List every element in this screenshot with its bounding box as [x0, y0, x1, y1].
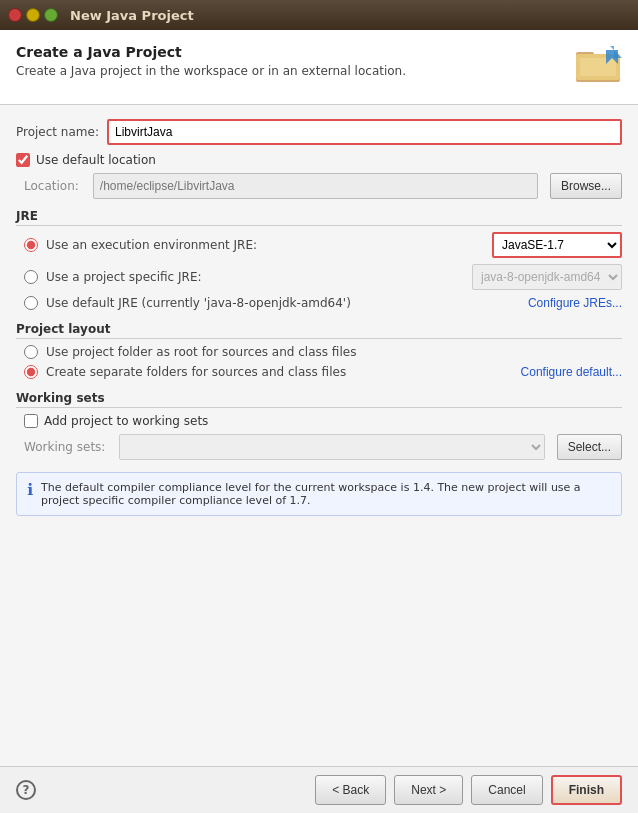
- dialog-content: Project name: Use default location Locat…: [0, 105, 638, 766]
- jre-option3-row: Use default JRE (currently 'java-8-openj…: [16, 296, 622, 310]
- dialog-footer: ? < Back Next > Cancel Finish: [0, 766, 638, 813]
- jre-section-header: JRE: [16, 209, 622, 226]
- jre-option1-radio[interactable]: [24, 238, 38, 252]
- working-sets-row: Working sets: Select...: [16, 434, 622, 460]
- jre-option1-label: Use an execution environment JRE:: [46, 238, 484, 252]
- jre-option2-radio[interactable]: [24, 270, 38, 284]
- folder-icon: [574, 44, 622, 84]
- working-sets-select: [119, 434, 544, 460]
- add-working-sets-row: Add project to working sets: [16, 414, 622, 428]
- browse-button[interactable]: Browse...: [550, 173, 622, 199]
- jre-option3-label: Use default JRE (currently 'java-8-openj…: [46, 296, 520, 310]
- jre-option2-row: Use a project specific JRE: java-8-openj…: [16, 264, 622, 290]
- use-default-location-checkbox[interactable]: [16, 153, 30, 167]
- layout-option1-radio[interactable]: [24, 345, 38, 359]
- jre-option3-radio[interactable]: [24, 296, 38, 310]
- jre-option2-label: Use a project specific JRE:: [46, 270, 464, 284]
- close-button[interactable]: [8, 8, 22, 22]
- jre-env-select[interactable]: JavaSE-1.7 JavaSE-1.8 JavaSE-11: [492, 232, 622, 258]
- titlebar: New Java Project: [0, 0, 638, 30]
- layout-option1-row: Use project folder as root for sources a…: [16, 345, 622, 359]
- page-title: Create a Java Project: [16, 44, 406, 60]
- page-description: Create a Java project in the workspace o…: [16, 64, 406, 78]
- maximize-button[interactable]: [44, 8, 58, 22]
- help-button[interactable]: ?: [16, 780, 36, 800]
- info-box: ℹ The default compiler compliance level …: [16, 472, 622, 516]
- configure-jres-button[interactable]: Configure JREs...: [528, 296, 622, 310]
- location-label: Location:: [24, 179, 79, 193]
- layout-option1-label: Use project folder as root for sources a…: [46, 345, 622, 359]
- layout-option2-label: Create separate folders for sources and …: [46, 365, 513, 379]
- add-working-sets-label: Add project to working sets: [44, 414, 208, 428]
- window-controls[interactable]: [8, 8, 58, 22]
- cancel-button[interactable]: Cancel: [471, 775, 542, 805]
- footer-right: < Back Next > Cancel Finish: [315, 775, 622, 805]
- jre-option1-row: Use an execution environment JRE: JavaSE…: [16, 232, 622, 258]
- jre-specific-select: java-8-openjdk-amd64: [472, 264, 622, 290]
- window-title: New Java Project: [70, 8, 194, 23]
- use-default-location-row: Use default location: [16, 153, 622, 167]
- minimize-button[interactable]: [26, 8, 40, 22]
- dialog: Create a Java Project Create a Java proj…: [0, 30, 638, 813]
- add-working-sets-checkbox[interactable]: [24, 414, 38, 428]
- project-layout-section-header: Project layout: [16, 322, 622, 339]
- footer-left: ?: [16, 780, 36, 800]
- project-name-row: Project name:: [16, 119, 622, 145]
- back-button[interactable]: < Back: [315, 775, 386, 805]
- dialog-header: Create a Java Project Create a Java proj…: [0, 30, 638, 105]
- header-text: Create a Java Project Create a Java proj…: [16, 44, 406, 78]
- finish-button[interactable]: Finish: [551, 775, 622, 805]
- use-default-location-label: Use default location: [36, 153, 156, 167]
- project-name-label: Project name:: [16, 125, 99, 139]
- location-input: [93, 173, 538, 199]
- working-sets-section-header: Working sets: [16, 391, 622, 408]
- layout-option2-row: Create separate folders for sources and …: [16, 365, 622, 379]
- working-sets-label: Working sets:: [24, 440, 105, 454]
- select-working-sets-button[interactable]: Select...: [557, 434, 622, 460]
- svg-rect-3: [580, 58, 616, 76]
- next-button[interactable]: Next >: [394, 775, 463, 805]
- info-icon: ℹ: [27, 480, 33, 499]
- layout-option2-radio[interactable]: [24, 365, 38, 379]
- project-name-input[interactable]: [107, 119, 622, 145]
- header-icon: [574, 44, 622, 92]
- location-row: Location: Browse...: [16, 173, 622, 199]
- info-text: The default compiler compliance level fo…: [41, 481, 611, 507]
- configure-default-button[interactable]: Configure default...: [521, 365, 622, 379]
